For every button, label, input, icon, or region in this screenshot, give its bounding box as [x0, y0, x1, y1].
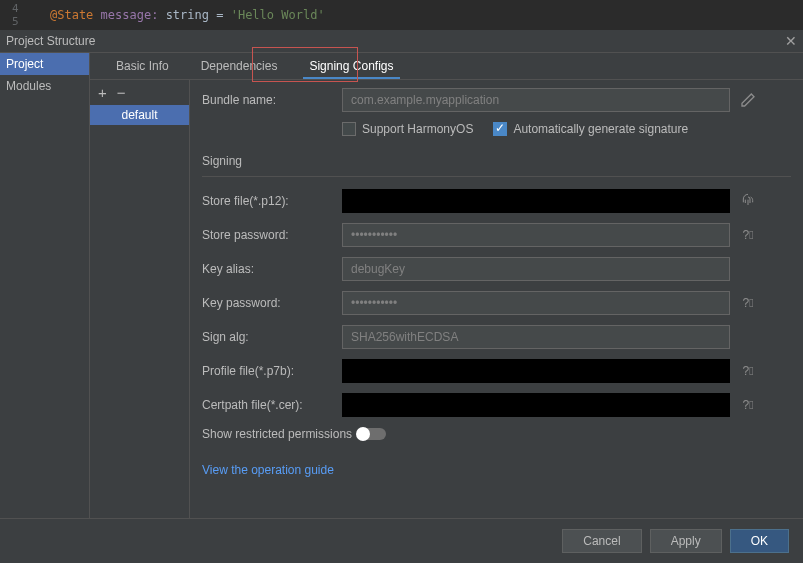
- gutter-line: 45: [0, 0, 40, 30]
- certpath-file-label: Certpath file(*.cer):: [202, 398, 342, 412]
- store-password-label: Store password:: [202, 228, 342, 242]
- code-name: message:: [101, 8, 159, 22]
- store-password-input[interactable]: •••••••••••: [342, 223, 730, 247]
- checkbox-icon: [342, 122, 356, 136]
- key-alias-label: Key alias:: [202, 262, 342, 276]
- code-editor-preview: 45 @State message: string = 'Hello World…: [0, 0, 803, 30]
- fingerprint-icon[interactable]: [738, 193, 758, 209]
- show-restricted-toggle[interactable]: [358, 428, 386, 440]
- code-keyword: @State: [50, 8, 93, 22]
- edit-icon[interactable]: [738, 92, 758, 108]
- sign-alg-input[interactable]: SHA256withECDSA: [342, 325, 730, 349]
- profile-file-label: Profile file(*.p7b):: [202, 364, 342, 378]
- help-icon[interactable]: ?⃝: [738, 296, 758, 310]
- signing-configs-list: + − default: [90, 80, 190, 518]
- apply-button[interactable]: Apply: [650, 529, 722, 553]
- help-icon[interactable]: ?⃝: [738, 398, 758, 412]
- tabs-bar: Basic Info Dependencies Signing Configs: [90, 53, 803, 80]
- ok-button[interactable]: OK: [730, 529, 789, 553]
- sign-alg-label: Sign alg:: [202, 330, 342, 344]
- left-nav: Project Modules: [0, 53, 90, 518]
- store-file-label: Store file(*.p12):: [202, 194, 342, 208]
- bundle-name-label: Bundle name:: [202, 93, 342, 107]
- support-harmonyos-label: Support HarmonyOS: [362, 122, 473, 136]
- tab-dependencies[interactable]: Dependencies: [185, 53, 294, 79]
- certpath-file-input[interactable]: [342, 393, 730, 417]
- config-item-default[interactable]: default: [90, 105, 189, 125]
- signing-form: Bundle name: com.example.myapplication S…: [190, 80, 803, 518]
- show-restricted-label: Show restricted permissions: [202, 427, 352, 441]
- nav-modules[interactable]: Modules: [0, 75, 89, 97]
- close-icon[interactable]: ✕: [785, 33, 797, 49]
- dialog-footer: Cancel Apply OK: [0, 518, 803, 563]
- signing-section-title: Signing: [202, 154, 791, 168]
- nav-project[interactable]: Project: [0, 53, 89, 75]
- remove-icon[interactable]: −: [117, 84, 126, 101]
- key-alias-input[interactable]: debugKey: [342, 257, 730, 281]
- key-password-label: Key password:: [202, 296, 342, 310]
- add-icon[interactable]: +: [98, 84, 107, 101]
- code-string: 'Hello World': [231, 8, 325, 22]
- code-type: string: [166, 8, 209, 22]
- auto-generate-signature-checkbox[interactable]: Automatically generate signature: [493, 122, 688, 136]
- help-icon[interactable]: ?⃝: [738, 364, 758, 378]
- project-structure-dialog: Project Structure ✕ Project Modules Basi…: [0, 30, 803, 563]
- tab-basic-info[interactable]: Basic Info: [100, 53, 185, 79]
- profile-file-input[interactable]: [342, 359, 730, 383]
- code-eq: =: [216, 8, 223, 22]
- view-guide-link[interactable]: View the operation guide: [202, 463, 334, 477]
- key-password-input[interactable]: •••••••••••: [342, 291, 730, 315]
- auto-generate-label: Automatically generate signature: [513, 122, 688, 136]
- help-icon[interactable]: ?⃝: [738, 228, 758, 242]
- cancel-button[interactable]: Cancel: [562, 529, 641, 553]
- bundle-name-input[interactable]: com.example.myapplication: [342, 88, 730, 112]
- dialog-title: Project Structure: [6, 34, 95, 48]
- checkbox-icon: [493, 122, 507, 136]
- divider: [202, 176, 791, 177]
- store-file-input[interactable]: [342, 189, 730, 213]
- tab-signing-configs[interactable]: Signing Configs: [293, 53, 409, 79]
- support-harmonyos-checkbox[interactable]: Support HarmonyOS: [342, 122, 473, 136]
